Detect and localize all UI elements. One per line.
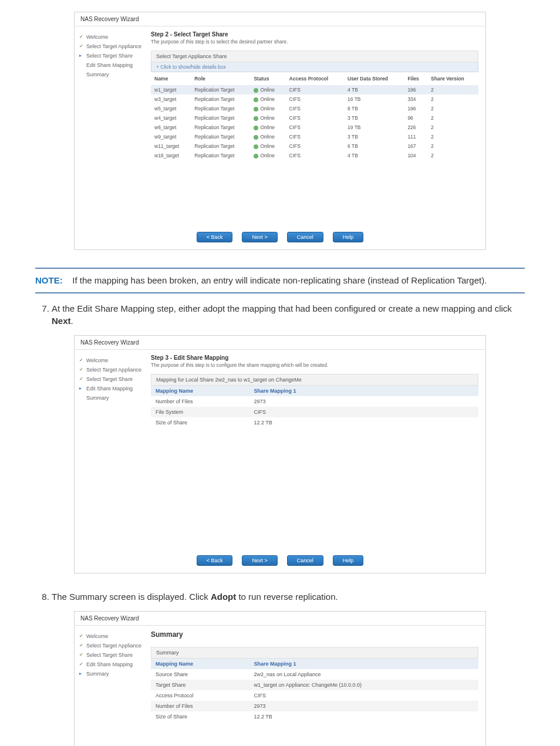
help-button[interactable]: Help [333, 555, 364, 566]
sidebar-item-select-target-share[interactable]: Select Target Share [79, 650, 146, 660]
table-row[interactable]: w11_targetReplication TargetOnlineCIFS6 … [151, 141, 478, 151]
wizard-sidebar: Welcome Select Target Appliance Select T… [75, 26, 151, 226]
shares-table: Name Role Status Access Protocol User Da… [151, 72, 478, 160]
sidebar-item-welcome[interactable]: Welcome [79, 356, 146, 365]
sidebar-item-welcome[interactable]: Welcome [79, 32, 146, 42]
sidebar-item-edit-share-mapping[interactable]: Edit Share Mapping [79, 60, 146, 70]
sidebar-item-welcome[interactable]: Welcome [79, 632, 146, 641]
status-online-icon [254, 88, 258, 93]
panel-header: Summary [151, 647, 478, 659]
panel-header: Mapping for Local Share 2w2_nas to w1_ta… [151, 374, 478, 386]
note-text: If the mapping has been broken, an entry… [72, 275, 487, 285]
sidebar-item-summary[interactable]: Summary [79, 669, 146, 679]
kv-row: Size of Share12.2 TB [151, 711, 478, 722]
wizard-window-title: NAS Recovery Wizard [75, 336, 485, 350]
sidebar-item-select-target-appliance[interactable]: Select Target Appliance [79, 641, 146, 650]
wizard-sidebar: Welcome Select Target Appliance Select T… [75, 350, 151, 549]
kv-row: Source Share2w2_nas on Local Appliance [151, 669, 478, 680]
status-online-icon [254, 154, 258, 158]
status-online-icon [254, 116, 258, 121]
col-files[interactable]: Files [404, 72, 427, 85]
col-role[interactable]: Role [191, 72, 250, 85]
kv-row: Target Sharew1_target on Appliance: Chan… [151, 680, 478, 690]
status-online-icon [254, 97, 258, 102]
table-row[interactable]: w18_targetReplication TargetOnlineCIFS4 … [151, 151, 478, 160]
sidebar-item-summary[interactable]: Summary [79, 70, 146, 79]
col-name[interactable]: Name [151, 72, 191, 85]
wizard-window-title: NAS Recovery Wizard [75, 612, 485, 626]
table-row[interactable]: w3_targetReplication TargetOnlineCIFS16 … [151, 94, 478, 104]
step-desc: The purpose of this step is to select th… [151, 39, 478, 45]
cancel-button[interactable]: Cancel [287, 232, 323, 242]
col-share-version[interactable]: Share Version [427, 72, 478, 85]
wizard-summary: NAS Recovery Wizard Welcome Select Targe… [74, 611, 486, 746]
kv-row: Access ProtocolCIFS [151, 690, 478, 701]
table-row[interactable]: w5_targetReplication TargetOnlineCIFS8 T… [151, 104, 478, 113]
expand-details-bar[interactable]: + Click to show/hide details box [151, 62, 478, 72]
sidebar-item-edit-share-mapping[interactable]: Edit Share Mapping [79, 384, 146, 393]
instruction-8: The Summary screen is displayed. Click A… [52, 591, 525, 611]
kv-row: Mapping NameShare Mapping 1 [151, 386, 478, 396]
col-access-protocol[interactable]: Access Protocol [286, 72, 344, 85]
back-button[interactable]: < Back [197, 555, 233, 566]
table-row[interactable]: w9_targetReplication TargetOnlineCIFS3 T… [151, 132, 478, 141]
kv-row: Size of Share12.2 TB [151, 417, 478, 428]
next-button[interactable]: Next > [242, 232, 277, 242]
wizard-window-title: NAS Recovery Wizard [75, 12, 485, 26]
cancel-button[interactable]: Cancel [287, 555, 323, 566]
kv-row: File SystemCIFS [151, 407, 478, 417]
mapping-details-table: Mapping NameShare Mapping 1Number of Fil… [151, 386, 478, 428]
col-user-data-stored[interactable]: User Data Stored [344, 72, 404, 85]
sidebar-item-select-target-share[interactable]: Select Target Share [79, 51, 146, 60]
sidebar-item-select-target-appliance[interactable]: Select Target Appliance [79, 365, 146, 374]
sidebar-item-summary[interactable]: Summary [79, 393, 146, 403]
next-button[interactable]: Next > [242, 555, 277, 566]
back-button[interactable]: < Back [197, 232, 233, 242]
status-online-icon [254, 144, 258, 149]
table-row[interactable]: w6_targetReplication TargetOnlineCIFS19 … [151, 123, 478, 132]
sidebar-item-select-target-share[interactable]: Select Target Share [79, 374, 146, 384]
kv-row: Number of Files2973 [151, 701, 478, 711]
instruction-7: At the Edit Share Mapping step, either a… [52, 303, 525, 335]
sidebar-item-edit-share-mapping[interactable]: Edit Share Mapping [79, 660, 146, 669]
table-row[interactable]: w4_targetReplication TargetOnlineCIFS3 T… [151, 113, 478, 123]
kv-row: Number of Files2973 [151, 396, 478, 407]
panel-header: Select Target Appliance Share [151, 50, 478, 62]
sidebar-item-select-target-appliance[interactable]: Select Target Appliance [79, 42, 146, 51]
kv-row: Mapping NameShare Mapping 1 [151, 659, 478, 669]
note-block: NOTE: If the mapping has been broken, an… [35, 268, 525, 293]
status-online-icon [254, 135, 258, 140]
wizard-step3: NAS Recovery Wizard Welcome Select Targe… [74, 335, 486, 573]
table-row[interactable]: w1_targetReplication TargetOnlineCIFS4 T… [151, 85, 478, 94]
step-title: Step 2 - Select Target Share [151, 31, 478, 38]
summary-table: Mapping NameShare Mapping 1Source Share2… [151, 659, 478, 722]
step-title: Summary [151, 630, 478, 639]
note-label: NOTE: [35, 275, 63, 285]
wizard-sidebar: Welcome Select Target Appliance Select T… [75, 626, 151, 746]
step-desc: The purpose of this step is to configure… [151, 362, 478, 368]
step-title: Step 3 - Edit Share Mapping [151, 355, 478, 361]
status-online-icon [254, 107, 258, 112]
help-button[interactable]: Help [333, 232, 364, 242]
wizard-step2: NAS Recovery Wizard Welcome Select Targe… [74, 12, 486, 250]
status-online-icon [254, 126, 258, 130]
col-status[interactable]: Status [250, 72, 285, 85]
